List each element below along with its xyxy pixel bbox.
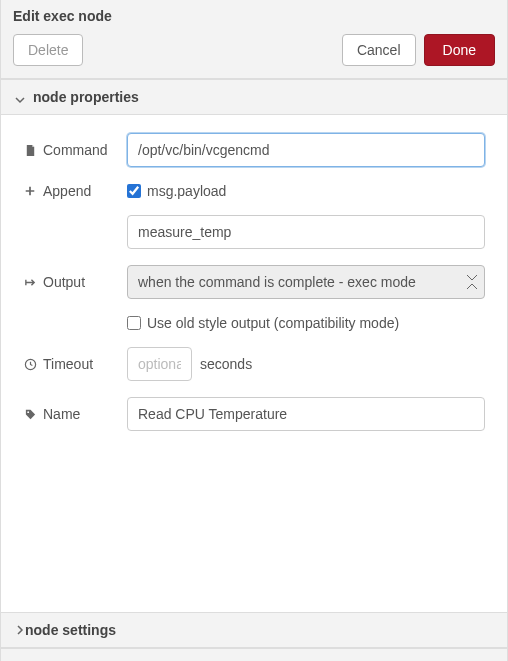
timeout-label: Timeout <box>23 356 127 372</box>
node-settings-header[interactable]: node settings <box>1 612 507 648</box>
command-label: Command <box>23 142 127 158</box>
chevron-down-icon <box>15 92 25 102</box>
delete-button[interactable]: Delete <box>13 34 83 66</box>
node-properties-title: node properties <box>33 89 139 105</box>
node-properties-body: Command Append msg.payload Output <box>1 115 507 612</box>
node-properties-header[interactable]: node properties <box>1 79 507 115</box>
name-label: Name <box>23 406 127 422</box>
append-msg-payload-label: msg.payload <box>147 183 226 199</box>
old-style-output-checkbox[interactable] <box>127 316 141 330</box>
name-input[interactable] <box>127 397 485 431</box>
append-msg-payload-checkbox[interactable] <box>127 184 141 198</box>
header-button-row: Delete Cancel Done <box>13 34 495 78</box>
panel-header: Edit exec node Delete Cancel Done <box>1 0 507 79</box>
arrow-right-icon <box>23 275 37 289</box>
append-label: Append <box>23 183 127 199</box>
spacer <box>23 447 485 602</box>
cancel-button[interactable]: Cancel <box>342 34 416 66</box>
command-input[interactable] <box>127 133 485 167</box>
plus-icon <box>23 184 37 198</box>
clock-icon <box>23 357 37 371</box>
svg-point-1 <box>27 411 29 413</box>
chevron-right-icon <box>15 622 25 638</box>
output-select[interactable]: when the command is complete - exec mode <box>127 265 485 299</box>
bottom-bar <box>1 648 507 661</box>
node-settings-title: node settings <box>25 622 116 638</box>
timeout-unit: seconds <box>200 356 252 372</box>
append-extra-input[interactable] <box>127 215 485 249</box>
tag-icon <box>23 407 37 421</box>
timeout-input[interactable] <box>127 347 192 381</box>
panel-title: Edit exec node <box>13 8 495 24</box>
old-style-output-label: Use old style output (compatibility mode… <box>147 315 399 331</box>
file-icon <box>23 143 37 157</box>
output-label: Output <box>23 274 127 290</box>
done-button[interactable]: Done <box>424 34 495 66</box>
